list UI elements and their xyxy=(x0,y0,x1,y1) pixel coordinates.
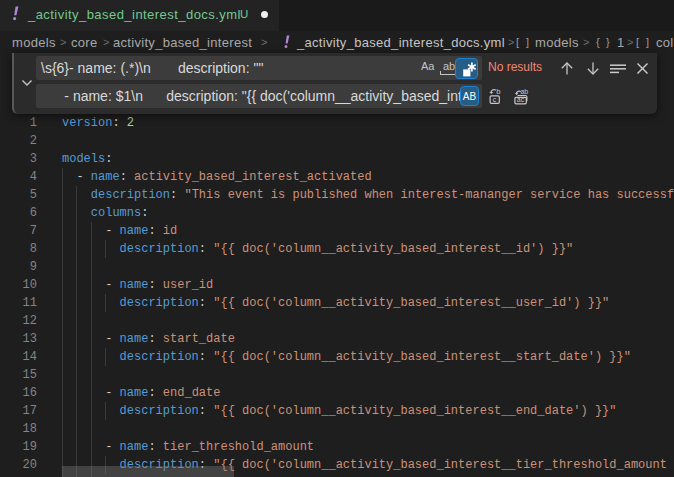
svg-text:ab: ab xyxy=(520,88,528,95)
svg-text:c: c xyxy=(493,95,497,104)
svg-text:ac: ac xyxy=(517,96,525,103)
svg-text:b: b xyxy=(496,88,500,96)
